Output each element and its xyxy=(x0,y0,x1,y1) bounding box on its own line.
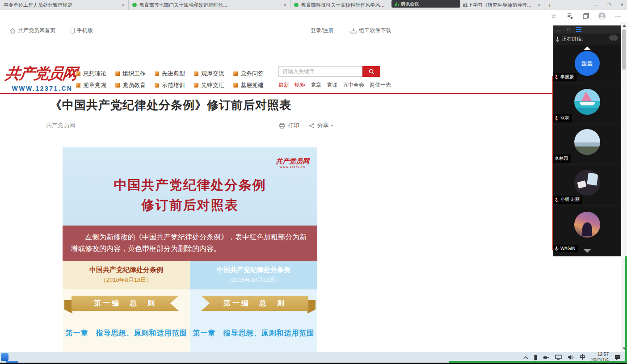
site-home-link[interactable]: 共产党员网首页 xyxy=(10,27,55,34)
participant-tile[interactable]: 双双 xyxy=(553,84,621,124)
minimize-button[interactable]: — xyxy=(593,2,598,7)
hot-word[interactable]: 党章 xyxy=(311,81,321,89)
mic-on-icon xyxy=(555,246,559,251)
participant-tile[interactable]: WAGIN xyxy=(553,206,621,256)
nav-item[interactable]: 党章党规 xyxy=(76,79,115,91)
nav-item[interactable]: 基层党建 xyxy=(233,79,273,91)
share-icon xyxy=(309,123,315,129)
mic-muted-icon xyxy=(555,75,559,79)
device-icon[interactable] xyxy=(534,355,537,360)
taskbar-app-icon[interactable] xyxy=(1,353,8,361)
webpage: 共产党员网首页 手机版 登录/注册 组工软件下载 共产党员网 WWW.12371… xyxy=(0,22,621,352)
hot-word[interactable]: 党课 xyxy=(327,81,337,89)
profile-avatar-icon[interactable] xyxy=(598,12,606,21)
browser-tab[interactable]: 教育部等七部门关于加强和改进新时代… × xyxy=(129,0,290,10)
tab-close-icon[interactable]: × xyxy=(122,2,125,8)
volume-icon[interactable] xyxy=(568,355,574,360)
participant-tiles: 媛媛 李媛媛 双双 李林园 小明-刘丽 xyxy=(553,45,621,256)
collapse-up-icon[interactable] xyxy=(584,46,591,50)
search-input[interactable] xyxy=(278,66,362,77)
mic-muted-icon xyxy=(555,116,559,121)
nav-item[interactable]: 先锋文汇 xyxy=(194,79,233,91)
scroll-up-arrow[interactable] xyxy=(623,25,626,27)
more-menu-icon[interactable]: ⋯ xyxy=(614,12,623,21)
hidden-icons-chevron[interactable] xyxy=(523,356,528,359)
site-logo[interactable]: 共产党员网 WWW.12371.CN xyxy=(5,63,79,92)
clock-time: 12:57 xyxy=(591,352,609,357)
mic-muted-icon xyxy=(555,197,559,202)
nav-bullet-icon xyxy=(76,83,80,88)
maximize-button[interactable]: □ xyxy=(608,2,611,7)
tab-close-icon[interactable]: × xyxy=(538,2,540,8)
site-header-divider xyxy=(0,93,621,94)
close-button[interactable]: × xyxy=(621,2,623,7)
right-part-ribbon: 第一编 总 则 xyxy=(190,289,317,317)
ime-indicator[interactable]: 中 xyxy=(580,353,585,361)
window-controls: — □ × xyxy=(593,0,623,9)
download-icon xyxy=(350,28,357,33)
panel-maximize-button[interactable]: □ xyxy=(567,27,570,32)
scrollbar-thumb[interactable] xyxy=(622,29,626,70)
nav-bullet-icon xyxy=(194,71,198,76)
tab-close-icon[interactable]: × xyxy=(284,2,286,8)
home-icon xyxy=(10,28,16,33)
login-register-link[interactable]: 登录/注册 xyxy=(311,27,333,34)
print-button[interactable]: 打印 xyxy=(279,121,299,130)
participant-tile[interactable]: 小明-刘丽 xyxy=(553,165,621,205)
poster-image: 共产党员网 WWW.12371.CN 中国共产党纪律处分条例 修订前后对照表 左… xyxy=(63,147,317,352)
nav-bullet-icon xyxy=(194,83,198,88)
software-download-link[interactable]: 组工软件下载 xyxy=(350,27,391,34)
participant-tile[interactable]: 媛媛 李媛媛 xyxy=(553,45,621,83)
participant-name-chip: 李媛媛 xyxy=(553,73,577,81)
meeting-panel-header: — □ xyxy=(553,25,621,33)
nav-item[interactable]: 组织工作 xyxy=(115,68,155,79)
nav-bullet-icon xyxy=(76,71,80,76)
panel-menu-icon[interactable] xyxy=(576,27,581,32)
share-caret-icon[interactable]: ▾ xyxy=(331,123,333,128)
browser-tab-strip: 事业单位工作人员处分暂行规定 × 教育部等七部门关于加强和改进新时代… × 教育… xyxy=(0,0,627,10)
audio-bars-icon xyxy=(395,2,399,6)
meeting-panel: — □ 正在讲话: 媛媛 李媛媛 双双 李林园 xyxy=(553,25,621,256)
left-chapter-heading: 第一章 指导思想、原则和适用范围 xyxy=(63,317,190,352)
nav-item[interactable]: 思想理论 xyxy=(76,68,115,79)
meeting-toast[interactable]: 腾讯会议 xyxy=(391,0,460,8)
tab-favicon xyxy=(294,3,299,7)
new-tab-button[interactable]: + xyxy=(544,0,555,10)
panel-minimize-button[interactable]: — xyxy=(556,27,561,32)
favorite-star-icon[interactable]: ☆ xyxy=(549,12,558,21)
notification-center-icon[interactable] xyxy=(614,355,621,360)
browser-tab[interactable]: 事业单位工作人员处分暂行规定 × xyxy=(0,0,129,10)
speaking-indicator: 正在讲话: xyxy=(553,33,621,45)
participant-name-chip: 李林园 xyxy=(553,155,571,163)
browser-toolbar xyxy=(0,10,627,22)
screenshare-border-bottom xyxy=(449,361,627,363)
nav-item[interactable]: 党员教育 xyxy=(115,79,155,91)
search-button[interactable] xyxy=(362,66,380,77)
site-nav: 思想理论 组织工作 先进典型 观摩交流 党务问答 党章党规 党员教育 示范培训 … xyxy=(76,68,273,91)
mobile-version-link[interactable]: 手机版 xyxy=(71,27,93,34)
share-button[interactable]: 分享 ▾ xyxy=(309,121,333,130)
usb-icon[interactable] xyxy=(543,356,549,360)
meeting-logo-watermark xyxy=(611,35,618,41)
participant-tile[interactable]: 李林园 xyxy=(553,125,621,164)
nav-item[interactable]: 先进典型 xyxy=(155,68,194,79)
poster-notice: 左侧为新修改的《中国共产党纪律处分条例》，表中红色加粗部分为新增或修改的内容，黄… xyxy=(63,226,317,261)
hot-word[interactable]: 最新 xyxy=(278,81,289,89)
participant-name-chip: 双双 xyxy=(553,114,572,122)
collapse-down-icon[interactable] xyxy=(584,249,591,253)
hot-word[interactable]: 两优一先 xyxy=(370,81,391,89)
tab-title: 教育部等七部门关于加强和改进新时代… xyxy=(139,2,281,8)
browser-tab[interactable]: 线上学习《研究生导师指导行为准则》 × xyxy=(452,0,544,10)
snapshot-icon[interactable] xyxy=(581,12,590,21)
nav-item[interactable]: 观摩交流 xyxy=(194,68,233,79)
participant-avatar: 媛媛 xyxy=(575,51,600,76)
display-icon[interactable] xyxy=(555,355,562,360)
participant-avatar xyxy=(574,89,600,115)
toolbar-icon-group: ☆ ⋯ xyxy=(549,12,623,21)
participant-avatar xyxy=(574,170,600,196)
hot-word[interactable]: 规矩 xyxy=(295,81,305,89)
collections-icon[interactable] xyxy=(565,12,574,21)
nav-item[interactable]: 党务问答 xyxy=(233,68,273,79)
nav-item[interactable]: 示范培训 xyxy=(155,79,194,91)
hot-word[interactable]: 五中全会 xyxy=(343,81,364,89)
